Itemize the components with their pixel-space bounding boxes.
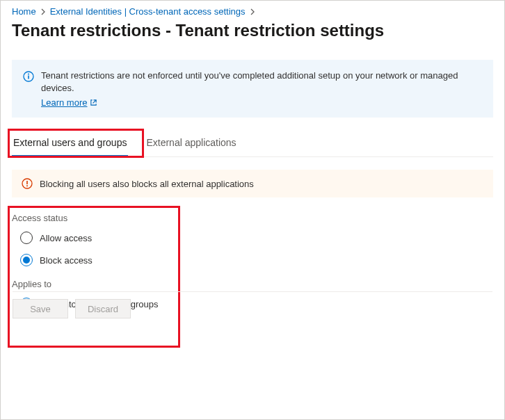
svg-rect-2: [28, 76, 29, 79]
breadcrumb: Home External Identities | Cross-tenant …: [12, 6, 493, 17]
footer-buttons: Save Discard: [13, 291, 492, 318]
info-icon: [23, 71, 34, 82]
discard-button[interactable]: Discard: [75, 299, 131, 318]
breadcrumb-external-identities[interactable]: External Identities | Cross-tenant acces…: [50, 6, 246, 17]
radio-block-access[interactable]: Block access: [20, 254, 493, 266]
radio-icon: [20, 232, 33, 244]
tab-external-users-groups[interactable]: External users and groups: [12, 137, 128, 157]
svg-point-5: [26, 185, 28, 186]
external-link-icon: [90, 99, 97, 106]
chevron-right-icon: [40, 8, 46, 15]
chevron-right-icon: [250, 8, 255, 15]
radio-label: Allow access: [40, 233, 92, 243]
warning-text: Blocking all users also blocks all exter…: [40, 179, 254, 189]
svg-point-1: [28, 74, 29, 75]
svg-rect-4: [26, 181, 28, 184]
section-access-status: Access status: [12, 213, 493, 223]
radio-label: Block access: [40, 255, 93, 266]
save-button[interactable]: Save: [13, 299, 68, 318]
warning-icon: [22, 178, 33, 189]
tabs: External users and groups External appli…: [12, 137, 493, 157]
section-applies-to: Applies to: [12, 279, 493, 289]
tab-external-applications[interactable]: External applications: [145, 137, 237, 157]
info-banner: Tenant restrictions are not enforced unt…: [12, 60, 493, 118]
radio-allow-access[interactable]: Allow access: [20, 232, 493, 244]
radio-icon: [20, 254, 33, 266]
page-title: Tenant restrictions - Tenant restriction…: [12, 21, 493, 40]
info-text: Tenant restrictions are not enforced unt…: [41, 70, 482, 95]
learn-more-link[interactable]: Learn more: [41, 97, 97, 108]
breadcrumb-home[interactable]: Home: [12, 6, 36, 17]
warning-banner: Blocking all users also blocks all exter…: [12, 170, 493, 197]
